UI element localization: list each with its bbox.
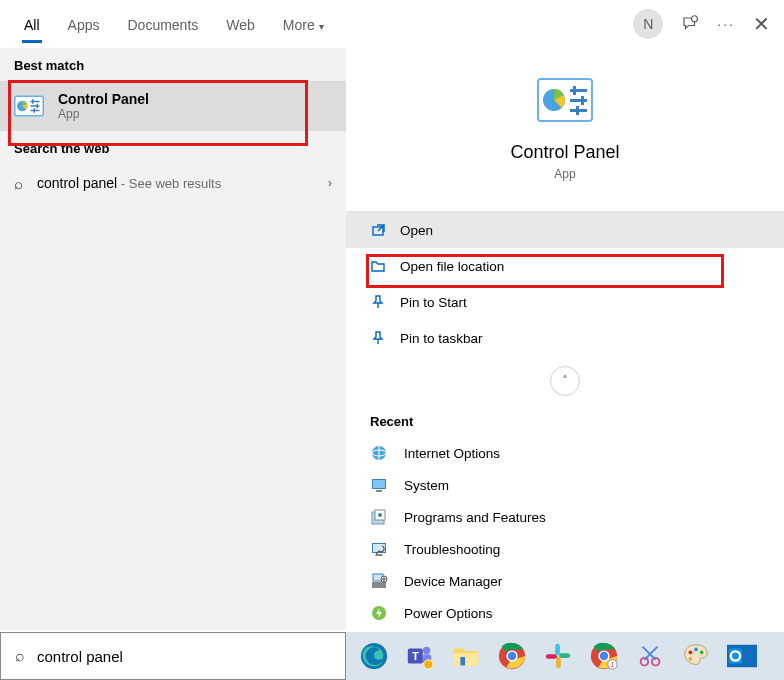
svg-rect-29: [372, 582, 386, 588]
recent-item-label: Device Manager: [404, 574, 502, 589]
control-panel-large-icon: [537, 78, 593, 122]
action-open-file-location[interactable]: Open file location: [346, 248, 784, 284]
recent-internet-options[interactable]: Internet Options: [346, 437, 784, 469]
svg-rect-12: [570, 99, 587, 102]
tab-documents[interactable]: Documents: [117, 5, 208, 43]
svg-rect-39: [460, 657, 465, 665]
taskbar: T 1: [346, 632, 784, 680]
svg-rect-45: [556, 657, 561, 668]
preview-title: Control Panel: [346, 142, 784, 163]
svg-rect-3: [31, 101, 40, 103]
recent-item-label: Power Options: [404, 606, 493, 621]
action-label: Open file location: [400, 259, 504, 274]
taskbar-chrome-canary[interactable]: 1: [584, 636, 624, 676]
pin-icon: [370, 294, 386, 310]
control-panel-icon: [14, 95, 44, 117]
svg-rect-4: [31, 105, 40, 107]
tab-more[interactable]: More▾: [273, 5, 334, 43]
system-icon: [370, 476, 388, 494]
recent-system[interactable]: System: [346, 469, 784, 501]
tab-apps[interactable]: Apps: [58, 5, 110, 43]
recent-label: Recent: [346, 406, 784, 437]
result-web-search[interactable]: ⌕ control panel - See web results ›: [0, 164, 346, 202]
taskbar-slack[interactable]: [538, 636, 578, 676]
chevron-up-icon: ˄: [562, 374, 568, 388]
svg-rect-6: [32, 99, 34, 104]
pin-icon: [370, 330, 386, 346]
svg-rect-16: [576, 106, 579, 115]
svg-text:T: T: [412, 650, 419, 662]
svg-rect-8: [34, 108, 36, 113]
result-title: Control Panel: [58, 91, 149, 107]
svg-text:1: 1: [611, 661, 615, 668]
taskbar-teams[interactable]: T: [400, 636, 440, 676]
svg-rect-15: [581, 96, 584, 105]
collapse-button[interactable]: ˄: [550, 366, 580, 396]
search-icon: ⌕: [14, 175, 23, 192]
svg-rect-7: [37, 104, 39, 109]
tab-web[interactable]: Web: [216, 5, 265, 43]
chevron-right-icon: ›: [328, 176, 332, 190]
recent-power-options[interactable]: Power Options: [346, 597, 784, 629]
action-open[interactable]: Open: [346, 212, 784, 248]
svg-point-42: [508, 652, 516, 660]
tab-all[interactable]: All: [14, 5, 50, 43]
svg-point-37: [424, 660, 433, 669]
svg-point-55: [694, 648, 698, 652]
recent-item-label: Programs and Features: [404, 510, 546, 525]
svg-rect-22: [376, 490, 382, 492]
svg-point-35: [423, 647, 431, 655]
svg-rect-21: [373, 480, 385, 488]
taskbar-edge[interactable]: [354, 636, 394, 676]
open-icon: [370, 222, 386, 238]
action-label: Pin to Start: [400, 295, 467, 310]
action-label: Pin to taskbar: [400, 331, 483, 346]
chevron-down-icon: ▾: [319, 21, 324, 32]
taskbar-chrome[interactable]: [492, 636, 532, 676]
taskbar-snip[interactable]: [630, 636, 670, 676]
svg-rect-14: [573, 86, 576, 95]
svg-point-56: [700, 650, 704, 654]
recent-programs-features[interactable]: Programs and Features: [346, 501, 784, 533]
taskbar-file-explorer[interactable]: [446, 636, 486, 676]
taskbar-paint[interactable]: [676, 636, 716, 676]
search-icon: ⌕: [15, 647, 25, 665]
programs-icon: [370, 508, 388, 526]
taskbar-outlook[interactable]: [722, 636, 762, 676]
more-options-button[interactable]: ···: [717, 16, 735, 32]
search-web-label: Search the web: [0, 131, 346, 164]
power-options-icon: [370, 604, 388, 622]
feedback-icon[interactable]: [681, 15, 699, 33]
action-pin-to-taskbar[interactable]: Pin to taskbar: [346, 320, 784, 356]
svg-point-57: [689, 657, 693, 661]
action-pin-to-start[interactable]: Pin to Start: [346, 284, 784, 320]
svg-rect-44: [559, 653, 570, 658]
user-avatar[interactable]: N: [633, 9, 663, 39]
result-control-panel[interactable]: Control Panel App: [0, 81, 346, 131]
recent-item-label: Internet Options: [404, 446, 500, 461]
web-query-text: control panel: [37, 175, 117, 191]
svg-point-54: [689, 650, 693, 654]
svg-point-25: [378, 513, 382, 517]
preview-panel: Control Panel App Open Open file locatio…: [346, 48, 784, 630]
results-panel: Best match Control Panel App Search the …: [0, 48, 346, 630]
search-topbar: All Apps Documents Web More▾ N ··· ✕: [0, 0, 784, 48]
svg-rect-43: [555, 644, 560, 655]
preview-subtitle: App: [346, 167, 784, 181]
svg-rect-46: [546, 654, 557, 659]
recent-item-label: System: [404, 478, 449, 493]
web-hint-text: - See web results: [117, 176, 221, 191]
svg-point-0: [692, 16, 698, 22]
svg-rect-38: [454, 653, 478, 665]
troubleshooting-icon: [370, 540, 388, 558]
recent-device-manager[interactable]: Device Manager: [346, 565, 784, 597]
search-bar[interactable]: ⌕: [0, 632, 346, 680]
recent-troubleshooting[interactable]: Troubleshooting: [346, 533, 784, 565]
best-match-label: Best match: [0, 48, 346, 81]
result-subtitle: App: [58, 107, 149, 121]
internet-options-icon: [370, 444, 388, 462]
svg-point-49: [600, 652, 608, 660]
device-manager-icon: [370, 572, 388, 590]
close-button[interactable]: ✕: [753, 12, 770, 36]
search-input[interactable]: [37, 648, 331, 665]
